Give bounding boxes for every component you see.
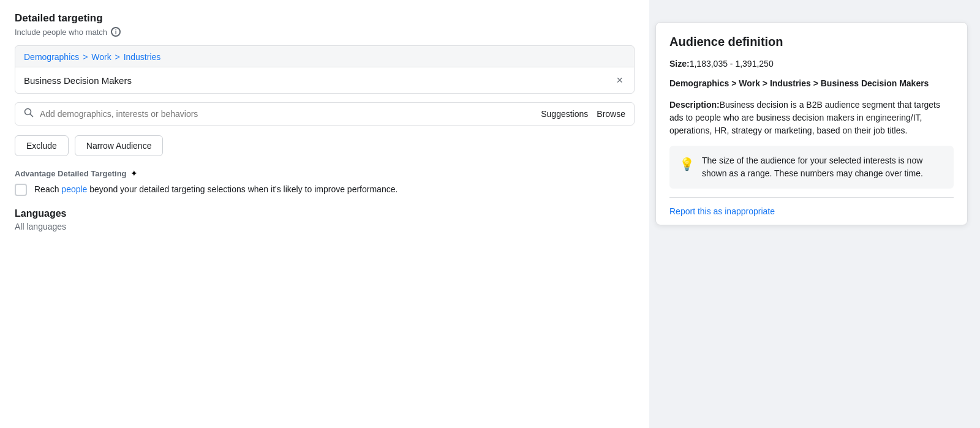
buttons-row: Exclude Narrow Audience [15,135,635,156]
breadcrumb-industries[interactable]: Industries [124,52,161,62]
detailed-targeting-title: Detailed targeting [15,12,635,24]
advantage-text: Reach people beyond your detailed target… [34,183,398,196]
breadcrumb-demographics[interactable]: Demographics [24,52,79,62]
search-links: Suggestions Browse [541,109,625,119]
breadcrumb-sep-2: > [113,52,123,62]
advantage-title: Advantage Detailed Targeting [15,169,127,178]
breadcrumb-sep-1: > [80,52,90,62]
advantage-section: Advantage Detailed Targeting ✦ Reach peo… [15,168,635,196]
audience-definition-card: Audience definition Size:1,183,035 - 1,3… [655,22,968,225]
audience-desc: Description:Business decision is a B2B a… [669,99,954,137]
advantage-text-after: beyond your detailed targeting selection… [87,184,398,194]
tag-label: Business Decision Makers [24,75,614,86]
tag-row: Business Decision Makers × [15,67,634,93]
size-label: Size: [669,59,690,69]
search-bar: Suggestions Browse [15,102,635,126]
path-text: Demographics > Work > Industries > Busin… [669,78,929,88]
targeting-box: Demographics > Work > Industries Busines… [15,45,635,94]
breadcrumb-bar: Demographics > Work > Industries [15,46,634,67]
search-icon [24,108,34,120]
advantage-title-row: Advantage Detailed Targeting ✦ [15,168,635,178]
sparkle-icon: ✦ [130,168,138,178]
include-people-label: Include people who match [15,28,107,37]
narrow-audience-button[interactable]: Narrow Audience [75,135,164,156]
report-inappropriate-link[interactable]: Report this as inappropriate [669,197,954,225]
languages-section: Languages All languages [15,208,635,231]
tag-remove-button[interactable]: × [614,73,625,87]
include-people-row: Include people who match i [15,27,635,37]
audience-tip: 💡 The size of the audience for your sele… [669,146,954,189]
browse-link[interactable]: Browse [597,109,625,119]
info-icon[interactable]: i [111,27,121,37]
languages-title: Languages [15,208,635,219]
right-panel: Audience definition Size:1,183,035 - 1,3… [649,0,980,428]
breadcrumb-work[interactable]: Work [91,52,111,62]
advantage-body: Reach people beyond your detailed target… [15,183,635,196]
languages-value: All languages [15,222,635,231]
search-input[interactable] [40,109,541,119]
left-panel: Detailed targeting Include people who ma… [0,0,649,428]
tip-text: The size of the audience for your select… [702,154,944,180]
advantage-text-highlight: people [61,184,87,194]
advantage-checkbox[interactable] [15,184,27,196]
size-value: 1,183,035 - 1,391,250 [690,59,774,69]
suggestions-link[interactable]: Suggestions [541,109,588,119]
audience-path: Demographics > Work > Industries > Busin… [669,77,954,90]
bulb-icon: 💡 [679,155,695,173]
advantage-text-before: Reach [34,184,61,194]
desc-label: Description: [669,100,720,110]
exclude-button[interactable]: Exclude [15,135,69,156]
svg-line-1 [30,114,32,116]
audience-size-row: Size:1,183,035 - 1,391,250 [669,59,954,69]
audience-def-title: Audience definition [669,35,954,49]
